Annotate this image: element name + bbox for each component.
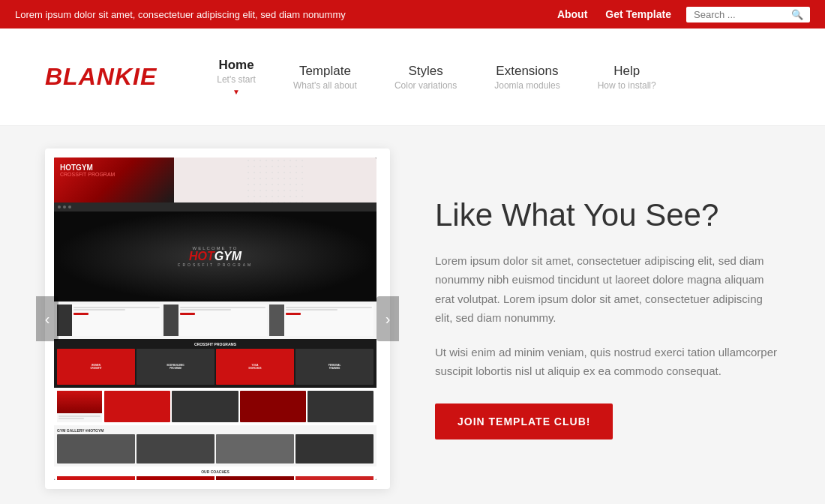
gallery-item-1 xyxy=(57,434,135,464)
test-item-4 xyxy=(308,391,374,422)
news-line-2 xyxy=(180,307,266,308)
nav-item-home[interactable]: Home Let's start xyxy=(217,58,256,96)
mockup-crossfit-label: CROSSFIT PROGRAM xyxy=(60,172,115,177)
browser-dot-3 xyxy=(68,206,71,208)
nav-bar: BLANKIE Home Let's start Template What's… xyxy=(0,28,825,126)
get-template-link[interactable]: Get Template xyxy=(605,8,671,20)
testimonial-right xyxy=(104,391,374,422)
news-btn-2 xyxy=(180,313,195,315)
news-item-2 xyxy=(164,304,268,336)
program-yoga: YOGAEXERCISES xyxy=(216,349,294,385)
top-bar: Lorem ipsum dolor sit amet, consectetuer… xyxy=(0,0,825,28)
nav-label-styles: Styles xyxy=(408,64,442,78)
nav-sublabel-extensions: Joomla modules xyxy=(494,80,560,91)
mockup-gym-hero: HOTGYM CROSSFIT PROGRAM xyxy=(54,158,174,202)
slider-wrapper: HOTGYM CROSSFIT PROGRAM xyxy=(45,148,390,489)
testimonial-left xyxy=(57,391,102,422)
test-item-2 xyxy=(172,391,238,422)
news-item-1 xyxy=(57,304,161,336)
browser-content: WELCOME TO HOTGYM CROSSFIT PROGRAM xyxy=(54,212,376,480)
mockup-hero-section: WELCOME TO HOTGYM CROSSFIT PROGRAM xyxy=(54,212,376,302)
hero-body-text-1: Lorem ipsum dolor sit amet, consectetuer… xyxy=(435,251,780,328)
news-item-3 xyxy=(269,304,374,336)
coach-img-3 xyxy=(216,476,294,480)
gallery-item-4 xyxy=(296,434,374,464)
logo[interactable]: BLANKIE xyxy=(45,63,157,91)
program-bodybuilding: BODYBUILDINGPROGRAM xyxy=(136,349,214,385)
hero-headline: Like What You See? xyxy=(435,198,780,232)
gym-mockup: HOTGYM CROSSFIT PROGRAM xyxy=(54,158,376,480)
browser-dot-2 xyxy=(63,206,66,208)
nav-label-help: Help xyxy=(614,64,640,78)
nav-sublabel-home: Let's start xyxy=(217,74,256,85)
news-line xyxy=(74,307,160,308)
news-line-3 xyxy=(286,307,372,308)
search-icon: 🔍 xyxy=(791,9,803,20)
browser-bar xyxy=(54,202,376,212)
marquee-text: Lorem ipsum dolor sit amet, consectetuer… xyxy=(15,9,557,20)
coaches-title: OUR COACHES xyxy=(57,470,374,474)
gallery-title: GYM GALLERY #HOTGYM xyxy=(57,428,374,433)
program-women: WOMENCROSSFIT xyxy=(57,349,135,385)
mockup-preview-right xyxy=(174,158,376,202)
slide-image: HOTGYM CROSSFIT PROGRAM xyxy=(54,158,376,480)
mockup-news-section xyxy=(54,302,376,339)
news-text-2 xyxy=(178,304,268,336)
nav-item-help[interactable]: Help How to install? xyxy=(598,64,656,91)
nav-item-extensions[interactable]: Extensions Joomla modules xyxy=(494,64,560,91)
join-button[interactable]: JOIN TEMPLATE CLUB! xyxy=(435,404,613,440)
news-line-short-3 xyxy=(286,309,338,310)
nav-label-extensions: Extensions xyxy=(496,64,558,78)
mockup-coaches-section: OUR COACHES MARTIN S. ANASTASIA V. xyxy=(54,466,376,480)
nav-links: Home Let's start Template What's all abo… xyxy=(217,58,780,96)
coach-3: JOANNA K. xyxy=(216,476,294,480)
nav-label-template: Template xyxy=(299,64,351,78)
coach-img-4 xyxy=(296,476,374,480)
news-text-1 xyxy=(72,304,161,336)
about-link[interactable]: About xyxy=(557,8,587,20)
coach-4: LUCAS C. xyxy=(296,476,374,480)
dots-pattern-decoration xyxy=(245,158,305,202)
coach-2: ANASTASIA V. xyxy=(136,476,214,480)
mockup-gallery-section: GYM GALLERY #HOTGYM xyxy=(54,425,376,466)
test-text xyxy=(57,413,102,422)
nav-sublabel-help: How to install? xyxy=(598,80,656,91)
browser-mockup: WELCOME TO HOTGYM CROSSFIT PROGRAM xyxy=(54,202,376,480)
nav-sublabel-styles: Color variations xyxy=(394,80,457,91)
news-line-short xyxy=(74,309,125,310)
nav-label-home: Home xyxy=(218,58,254,72)
nav-item-template[interactable]: Template What's all about xyxy=(293,64,357,91)
slider-prev-button[interactable]: ‹ xyxy=(36,296,58,341)
test-line-2 xyxy=(58,418,84,419)
news-line-short-2 xyxy=(180,309,232,310)
crossfit-grid: WOMENCROSSFIT BODYBUILDINGPROGRAM YOGAEX… xyxy=(57,349,374,385)
mockup-preview-left: HOTGYM CROSSFIT PROGRAM xyxy=(54,158,174,202)
main-content: ‹ HOTGYM CROSSFIT PROGRAM xyxy=(0,126,825,504)
hotgym-text: HOTGYM xyxy=(178,250,253,262)
program-personal: PERSONALTRAINING xyxy=(296,349,374,385)
search-box[interactable]: 🔍 xyxy=(686,7,810,22)
slider-container: ‹ HOTGYM CROSSFIT PROGRAM xyxy=(45,148,390,489)
top-bar-links: About Get Template xyxy=(557,8,671,20)
slider-next-button[interactable]: › xyxy=(376,296,399,341)
mockup-hotgym-label: HOTGYM xyxy=(60,164,93,172)
gallery-item-2 xyxy=(136,434,214,464)
news-img-1 xyxy=(57,304,72,336)
test-img xyxy=(57,391,102,413)
hero-body-text-2: Ut wisi enim ad minim veniam, quis nostr… xyxy=(435,343,780,381)
gallery-grid xyxy=(57,434,374,464)
mockup-preview-top: HOTGYM CROSSFIT PROGRAM xyxy=(54,158,376,202)
coach-img-1 xyxy=(57,476,135,480)
nav-item-styles[interactable]: Styles Color variations xyxy=(394,64,457,91)
testimonial-grid xyxy=(104,391,374,422)
hero-text: WELCOME TO HOTGYM CROSSFIT PROGRAM xyxy=(178,246,253,267)
nav-sublabel-template: What's all about xyxy=(293,80,357,91)
coach-img-2 xyxy=(136,476,214,480)
news-text-3 xyxy=(284,304,374,336)
news-btn xyxy=(74,313,88,315)
mockup-testimonials-section xyxy=(54,388,376,425)
gallery-item-3 xyxy=(216,434,294,464)
coaches-grid: MARTIN S. ANASTASIA V. JOANNA K. xyxy=(57,476,374,480)
search-input[interactable] xyxy=(694,9,791,20)
right-content: Like What You See? Lorem ipsum dolor sit… xyxy=(435,198,780,439)
